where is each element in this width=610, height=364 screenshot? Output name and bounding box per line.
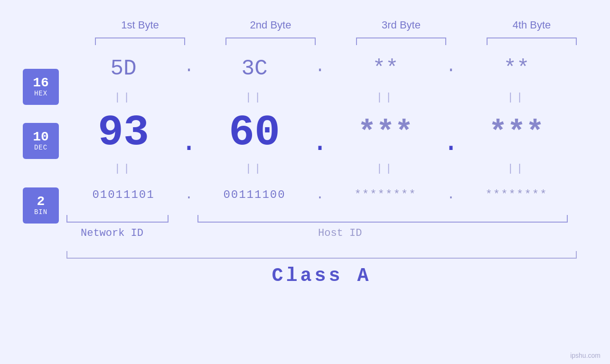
dec-value-4: *** xyxy=(460,118,573,149)
bin-badge: 2 BIN xyxy=(23,187,59,224)
bin-dot-3: . xyxy=(442,187,460,202)
bracket-top-2 xyxy=(225,37,316,45)
bracket-host xyxy=(197,215,568,223)
network-id-label: Network ID xyxy=(81,227,143,239)
bin-dot-1: . xyxy=(180,187,197,202)
byte-header-2: 2nd Byte xyxy=(218,19,323,31)
hex-value-2: 3C xyxy=(197,56,311,81)
dec-dot-3: . xyxy=(442,126,460,159)
eq-2-3: || xyxy=(328,163,442,175)
dec-badge: 10 DEC xyxy=(23,123,59,159)
hex-value-4: ** xyxy=(460,56,573,81)
bracket-top-1 xyxy=(95,37,185,45)
eq-1-3: || xyxy=(328,92,442,103)
bin-value-1: 01011101 xyxy=(66,188,180,201)
bracket-class xyxy=(66,251,577,259)
dec-value-3: *** xyxy=(328,118,442,149)
eq-1-2: || xyxy=(197,92,311,103)
bin-value-3: ******** xyxy=(328,188,442,201)
eq-1-4: || xyxy=(460,92,573,103)
dec-dot-1: . xyxy=(180,126,197,159)
watermark: ipshu.com xyxy=(570,352,601,359)
hex-dot-1: . xyxy=(180,57,197,76)
eq-1-1: || xyxy=(66,92,180,103)
host-id-label: Host ID xyxy=(318,227,362,239)
bin-dot-2: . xyxy=(311,187,328,202)
eq-2-2: || xyxy=(197,163,311,175)
byte-header-1: 1st Byte xyxy=(88,19,192,31)
hex-badge: 16 HEX xyxy=(23,69,59,105)
hex-dot-2: . xyxy=(311,57,328,76)
bin-value-4: ******** xyxy=(460,188,573,201)
hex-dot-3: . xyxy=(442,57,460,76)
class-a-label: Class A xyxy=(66,265,577,287)
dec-dot-2: . xyxy=(311,126,328,159)
eq-2-4: || xyxy=(460,163,573,175)
byte-header-3: 3rd Byte xyxy=(349,19,453,31)
dec-value-1: 93 xyxy=(66,112,180,154)
eq-2-1: || xyxy=(66,163,180,175)
hex-value-3: ** xyxy=(328,56,442,81)
bin-value-2: 00111100 xyxy=(197,188,311,201)
hex-value-1: 5D xyxy=(66,56,180,81)
dec-value-2: 60 xyxy=(197,112,311,154)
bracket-top-3 xyxy=(356,37,446,45)
bracket-top-4 xyxy=(487,37,577,45)
bracket-network xyxy=(66,215,169,223)
byte-header-4: 4th Byte xyxy=(479,19,584,31)
main-container: 1st Byte 2nd Byte 3rd Byte 4th Byte 16 H… xyxy=(0,0,610,364)
